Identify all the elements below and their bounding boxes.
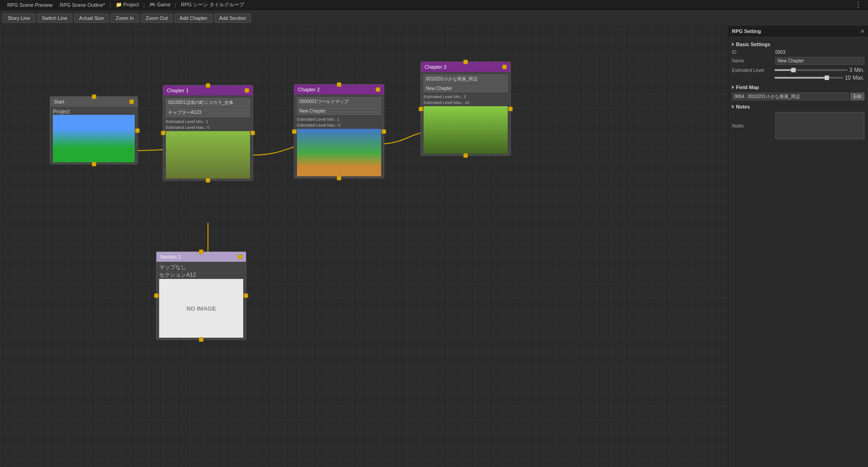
chapter2-header-dot: [376, 87, 380, 92]
section1-title: Section 1: [160, 254, 181, 259]
level-max-suffix: Max.: [853, 75, 864, 81]
start-map-castle: [53, 115, 135, 162]
start-node-top-dot[interactable]: [92, 94, 96, 99]
chapter1-level-info: Estimated Level Min.: 1 Estimated Level …: [166, 118, 250, 131]
level-min-row: Estimated Level 3 Min.: [732, 67, 864, 73]
basic-settings-label: Basic Settings: [736, 42, 770, 47]
story-line-button[interactable]: Story Line: [3, 14, 35, 23]
level-min-value: 3: [849, 67, 853, 73]
switch-line-button[interactable]: Switch Line: [37, 14, 72, 23]
chapter3-map-id: 0010201小さな廃屋_周辺: [424, 75, 508, 84]
tab-sep-1: |: [109, 2, 112, 8]
level-max-slider-thumb[interactable]: [825, 75, 829, 80]
chapter1-map-town: [166, 131, 250, 179]
section1-notes: セクションA12: [159, 271, 243, 279]
chapter2-right-dot[interactable]: [382, 129, 386, 134]
field-map-edit-button[interactable]: Edit: [850, 93, 864, 100]
section1-map-id: マップなし: [159, 264, 243, 271]
chapter3-map-dungeon: [424, 106, 508, 154]
chapter3-header-dot: [502, 65, 507, 69]
chapter1-top-dot[interactable]: [206, 83, 210, 88]
chapter1-notes: チャプターA123: [166, 108, 250, 117]
actual-size-button[interactable]: Actual Size: [74, 14, 109, 23]
chapter3-body: 0010201小さな廃屋_周辺 New Chapter Estimated Le…: [421, 72, 510, 156]
chapter1-right-dot[interactable]: [250, 131, 255, 135]
chapter3-right-dot[interactable]: [508, 107, 513, 111]
start-node[interactable]: Start Project: [50, 96, 138, 165]
chapter2-bottom-dot[interactable]: [337, 176, 341, 180]
level-min-slider-track[interactable]: [774, 69, 848, 71]
level-max-slider-fill: [774, 77, 826, 79]
chapter2-title: Chapter 2: [298, 87, 320, 92]
id-row: ID 0003: [732, 50, 864, 55]
settings-body: Basic Settings ID 0003 Name Estimated Le…: [728, 36, 868, 467]
section1-left-dot[interactable]: [154, 293, 159, 298]
name-input[interactable]: [775, 57, 864, 65]
chapter2-map-id: 0000001ワールドマップ: [297, 97, 381, 106]
id-value: 0003: [775, 50, 785, 55]
section1-right-dot[interactable]: [244, 293, 248, 298]
chapter2-left-dot[interactable]: [292, 129, 297, 134]
field-map-triangle: [732, 85, 734, 89]
notes-section-label: Notes: [736, 104, 750, 109]
add-section-button[interactable]: Add Section: [214, 14, 251, 23]
add-chapter-button[interactable]: Add Chapter: [175, 14, 212, 23]
field-map-label: Field Map: [736, 85, 759, 90]
section1-top-dot[interactable]: [199, 250, 203, 254]
zoom-in-button[interactable]: Zoom In: [111, 14, 139, 23]
chapter2-map-world: [297, 129, 381, 176]
settings-panel-title: RPG Setting: [732, 28, 761, 34]
chapter3-title: Chapter 3: [425, 64, 446, 70]
tab-project[interactable]: 📁 Project: [112, 2, 142, 8]
start-node-bottom-dot[interactable]: [92, 162, 96, 166]
main-area: Start Project Chapter 1 0010001辺境の町ニコカラ_…: [0, 26, 868, 467]
name-row: Name: [732, 57, 864, 65]
chapter3-image: [424, 106, 508, 154]
notes-triangle: [732, 105, 734, 108]
tab-game[interactable]: 🎮 Game: [146, 2, 174, 8]
start-node-right-dot[interactable]: [135, 128, 140, 133]
level-min-slider-thumb[interactable]: [791, 68, 796, 72]
chapter3-bottom-dot[interactable]: [463, 153, 468, 158]
chapter3-left-dot[interactable]: [419, 107, 423, 111]
chapter1-body: 0010001辺境の町ニコカラ_全体 チャプターA123 Estimated L…: [163, 95, 253, 180]
toolbar: Story Line Switch Line Actual Size Zoom …: [0, 10, 868, 26]
section1-no-image: NO IMAGE: [159, 279, 243, 338]
chapter3-node[interactable]: Chapter 3 0010201小さな廃屋_周辺 New Chapter Es…: [420, 61, 511, 156]
level-label: Estimated Level: [732, 68, 773, 73]
chapter3-top-dot[interactable]: [463, 60, 468, 64]
chapter2-notes: New Chapter: [297, 107, 381, 115]
tab-sep-2: |: [142, 2, 146, 8]
chapter2-body: 0000001ワールドマップ New Chapter Estimated Lev…: [294, 94, 384, 178]
tab-tile-group[interactable]: RPG シーン タイルグループ: [177, 1, 248, 8]
chapter2-top-dot[interactable]: [337, 82, 341, 87]
chapter1-left-dot[interactable]: [161, 131, 165, 135]
settings-header: RPG Setting ×: [728, 26, 868, 36]
chapter2-node[interactable]: Chapter 2 0000001ワールドマップ New Chapter Est…: [294, 84, 384, 179]
settings-panel: RPG Setting × Basic Settings ID 0003 Nam…: [728, 26, 868, 467]
basic-settings-triangle: [732, 42, 734, 46]
field-map-input[interactable]: [732, 93, 849, 100]
chapter2-image: [297, 129, 381, 176]
zoom-out-button[interactable]: Zoom Out: [141, 14, 173, 23]
chapter1-node[interactable]: Chapter 1 0010001辺境の町ニコカラ_全体 チャプターA123 E…: [163, 85, 253, 181]
chapter1-bottom-dot[interactable]: [206, 178, 210, 183]
tab-scene-preview[interactable]: RPG Scene Preview: [4, 2, 56, 8]
tab-scene-outline[interactable]: RPG Scene Outline*: [56, 2, 108, 8]
notes-section-header: Notes: [732, 104, 864, 109]
id-label: ID: [732, 50, 773, 55]
settings-close-button[interactable]: ×: [861, 28, 864, 35]
notes-row: Notes: [732, 112, 864, 139]
chapter3-level-info: Estimated Level Min.: 3 Estimated Level …: [424, 93, 508, 106]
start-node-title: Start: [54, 99, 64, 104]
section1-bottom-dot[interactable]: [199, 337, 203, 342]
canvas-area[interactable]: Start Project Chapter 1 0010001辺境の町ニコカラ_…: [0, 26, 728, 467]
section1-node[interactable]: Section 1 マップなし セクションA12 NO IMAGE: [156, 251, 246, 340]
chapter2-level-info: Estimated Level Min.: 1 Estimated Level …: [297, 116, 381, 129]
notes-textarea[interactable]: [775, 112, 864, 139]
more-options-icon[interactable]: ⋮: [852, 0, 864, 9]
tab-sep-3: |: [174, 2, 177, 8]
level-max-slider-track[interactable]: [774, 77, 843, 79]
level-max-row: 10 Max.: [732, 75, 864, 81]
notes-label: Notes: [732, 123, 773, 128]
